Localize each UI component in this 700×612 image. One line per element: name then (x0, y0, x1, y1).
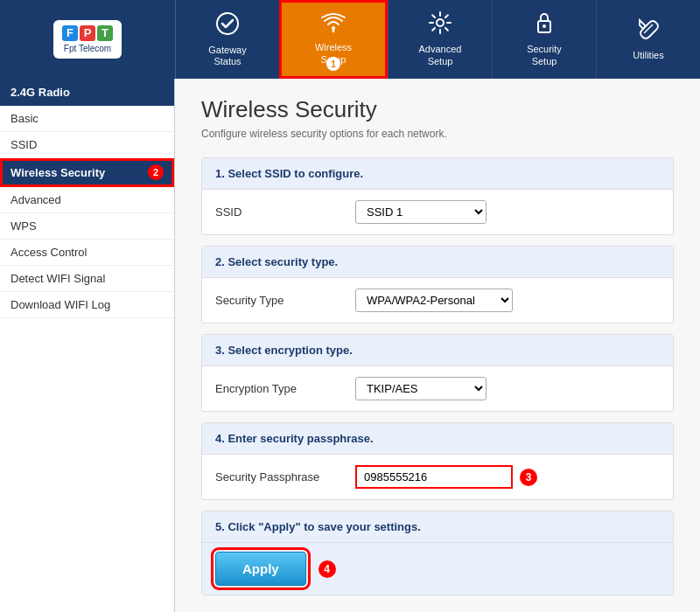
sidebar-item-basic[interactable]: Basic (0, 106, 174, 132)
apply-title: 5. Click "Apply" to save your settings. (215, 520, 421, 533)
apply-header: 5. Click "Apply" to save your settings. (202, 511, 673, 543)
passphrase-input[interactable] (355, 465, 513, 489)
wireless-setup-icon (321, 13, 346, 38)
letter-f: F (62, 25, 78, 41)
sidebar: 2.4G Radio Basic SSID Wireless Security … (0, 79, 175, 612)
logo-area: F P T Fpt Telecom (0, 20, 175, 59)
passphrase-title: 4. Enter security passphrase. (215, 432, 374, 445)
page-title: Wireless Security (201, 96, 674, 123)
apply-button-wrapper: Apply (215, 552, 306, 586)
ssid-control: SSID 1 SSID 2 SSID 3 SSID 4 (355, 200, 486, 224)
sidebar-item-wireless-security[interactable]: Wireless Security 2 (0, 158, 174, 187)
apply-body: Apply 4 (202, 543, 673, 595)
advanced-setup-icon (429, 11, 452, 39)
apply-badge: 4 (318, 560, 336, 578)
passphrase-section: 4. Enter security passphrase. Security P… (201, 422, 674, 500)
tab-advanced-setup[interactable]: AdvancedSetup (388, 0, 492, 79)
wireless-setup-badge: 1 (326, 57, 340, 71)
sidebar-item-download-wifi[interactable]: Download WIFI Log (0, 292, 174, 318)
security-type-body: Security Type WPA/WPA2-Personal WPA2-Per… (202, 278, 673, 323)
letter-p: P (80, 25, 95, 41)
passphrase-control: 3 (355, 465, 537, 489)
ssid-section-title: 1. Select SSID to configure. (215, 167, 363, 180)
tab-gateway-status[interactable]: GatewayStatus (175, 0, 279, 79)
sidebar-item-access-control[interactable]: Access Control (0, 240, 174, 266)
security-type-title: 2. Select security type. (215, 255, 338, 268)
sidebar-item-advanced[interactable]: Advanced (0, 187, 174, 213)
svg-point-4 (542, 24, 546, 28)
encryption-section: 3. Select encryption type. Encryption Ty… (201, 334, 674, 412)
utilities-icon (637, 17, 660, 45)
tab-wireless-setup[interactable]: WirelessSetup 1 (279, 0, 388, 79)
nav-tabs: GatewayStatus WirelessSetup 1 AdvancedSe… (175, 0, 700, 79)
svg-point-2 (437, 19, 444, 26)
ssid-section-body: SSID SSID 1 SSID 2 SSID 3 SSID 4 (202, 190, 673, 234)
security-type-section: 2. Select security type. Security Type W… (201, 246, 674, 323)
security-type-select[interactable]: WPA/WPA2-Personal WPA2-Personal WPA-Pers… (355, 289, 513, 312)
security-type-control: WPA/WPA2-Personal WPA2-Personal WPA-Pers… (355, 289, 513, 312)
header: F P T Fpt Telecom GatewayStatus Wireless… (0, 0, 700, 79)
sidebar-badge: 2 (148, 164, 164, 180)
tab-security-setup[interactable]: SecuritySetup (492, 0, 596, 79)
security-type-label: Security Type (215, 294, 346, 307)
passphrase-header: 4. Enter security passphrase. (202, 423, 673, 455)
passphrase-label: Security Passphrase (215, 470, 346, 483)
content-area: Wireless Security Configure wireless sec… (175, 79, 700, 612)
svg-point-1 (332, 26, 335, 30)
svg-point-0 (217, 13, 238, 34)
ssid-section: 1. Select SSID to configure. SSID SSID 1… (201, 157, 674, 235)
passphrase-body: Security Passphrase 3 (202, 455, 673, 499)
tab-utilities[interactable]: Utilities (596, 0, 700, 79)
encryption-select[interactable]: TKIP/AES AES TKIP (355, 377, 486, 400)
tab-utilities-label: Utilities (633, 50, 663, 61)
tab-security-setup-label: SecuritySetup (527, 44, 562, 66)
ssid-label: SSID (215, 205, 346, 219)
ssid-section-header: 1. Select SSID to configure. (202, 158, 673, 190)
sidebar-section-header: 2.4G Radio (0, 79, 174, 106)
security-type-header: 2. Select security type. (202, 247, 673, 278)
wireless-security-label: Wireless Security (10, 166, 105, 179)
encryption-body: Encryption Type TKIP/AES AES TKIP (202, 366, 673, 411)
sidebar-item-wps[interactable]: WPS (0, 213, 174, 240)
fpt-letters: F P T (62, 25, 113, 41)
sidebar-item-ssid[interactable]: SSID (0, 132, 174, 158)
ssid-select[interactable]: SSID 1 SSID 2 SSID 3 SSID 4 (355, 200, 486, 224)
main-layout: 2.4G Radio Basic SSID Wireless Security … (0, 79, 700, 612)
encryption-header: 3. Select encryption type. (202, 335, 673, 366)
encryption-title: 3. Select encryption type. (215, 344, 353, 357)
tab-advanced-setup-label: AdvancedSetup (419, 44, 462, 66)
letter-t: T (97, 25, 113, 41)
apply-section: 5. Click "Apply" to save your settings. … (201, 511, 674, 595)
sidebar-item-detect-wifi[interactable]: Detect WIFI Signal (0, 266, 174, 292)
apply-button[interactable]: Apply (215, 552, 306, 586)
tab-gateway-status-label: GatewayStatus (208, 45, 246, 67)
logo-company: Fpt Telecom (64, 44, 111, 53)
encryption-label: Encryption Type (215, 382, 346, 395)
security-setup-icon (535, 11, 554, 39)
gateway-status-icon (215, 11, 240, 40)
passphrase-badge: 3 (520, 469, 537, 486)
logo-box: F P T Fpt Telecom (53, 20, 122, 59)
encryption-control: TKIP/AES AES TKIP (355, 377, 486, 400)
page-subtitle: Configure wireless security options for … (201, 128, 674, 140)
